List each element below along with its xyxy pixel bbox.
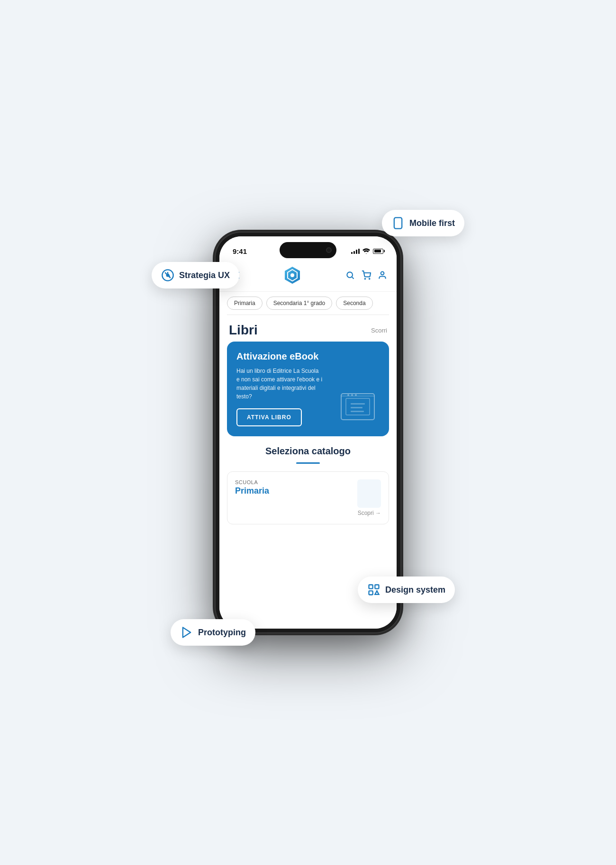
status-time: 9:41 [233, 247, 247, 255]
wifi-icon [362, 248, 370, 254]
phone-mockup: 9:41 [216, 233, 400, 632]
phone-icon [391, 216, 405, 230]
category-secondaria-2[interactable]: Seconda [336, 297, 372, 310]
phone-screen: 9:41 [219, 236, 397, 629]
svg-rect-21 [375, 585, 379, 589]
ebook-card: Attivazione eBook Hai un libro di Editri… [227, 342, 389, 436]
search-button[interactable] [345, 270, 355, 280]
dynamic-island [280, 242, 336, 258]
scopri-link[interactable]: Scopri → [235, 510, 381, 516]
category-bar: Primaria Secondaria 1° grado Seconda [219, 292, 397, 315]
select-catalog-title: Seleziona catalogo [219, 436, 397, 460]
mobile-first-label: Mobile first [409, 218, 455, 228]
books-title: Libri [229, 323, 258, 338]
scorri-link[interactable]: Scorri [371, 327, 387, 334]
strategia-ux-badge: Strategia UX [152, 262, 239, 288]
catalog-underline [296, 462, 320, 464]
books-section: Libri Scorri [219, 315, 397, 342]
ebook-card-title: Attivazione eBook [236, 351, 380, 362]
app-header [219, 259, 397, 292]
school-type: Primaria [235, 486, 269, 496]
strategy-icon [161, 269, 174, 282]
svg-point-19 [167, 274, 169, 277]
strategia-ux-label: Strategia UX [179, 270, 230, 280]
play-icon [180, 626, 193, 639]
design-icon [367, 583, 380, 596]
svg-point-3 [347, 272, 353, 278]
svg-point-12 [351, 394, 353, 396]
svg-point-11 [347, 394, 349, 396]
status-icons [351, 248, 383, 254]
svg-line-4 [352, 277, 354, 279]
user-button[interactable] [378, 270, 387, 280]
design-system-label: Design system [385, 585, 445, 595]
svg-marker-23 [183, 628, 190, 638]
design-system-badge: Design system [358, 577, 455, 603]
category-secondaria-1[interactable]: Secondaria 1° grado [266, 297, 333, 310]
svg-point-2 [290, 273, 294, 277]
svg-point-7 [381, 272, 384, 275]
prototyping-label: Prototyping [198, 628, 246, 638]
svg-rect-16 [351, 411, 364, 412]
camera-dot [326, 247, 332, 253]
category-primaria[interactable]: Primaria [227, 297, 263, 310]
svg-rect-14 [351, 403, 365, 405]
svg-rect-15 [351, 407, 362, 408]
ebook-card-text: Hai un libro di Editrice La Scuola e non… [236, 367, 322, 401]
logo-icon [282, 265, 303, 286]
header-icons [345, 270, 387, 280]
svg-point-5 [365, 279, 366, 279]
svg-rect-20 [369, 585, 372, 589]
school-card: Scuola Primaria Scopri → [227, 471, 389, 524]
cart-button[interactable] [362, 270, 371, 280]
svg-point-6 [369, 279, 370, 279]
prototyping-badge: Prototyping [171, 619, 255, 646]
mobile-first-badge: Mobile first [382, 210, 464, 236]
ebook-illustration [339, 384, 381, 427]
signal-icon [351, 249, 360, 254]
school-label: Scuola [235, 479, 269, 485]
app-content: Primaria Secondaria 1° grado Seconda Lib… [219, 259, 397, 629]
scene: 9:41 [142, 77, 474, 788]
attiva-libro-button[interactable]: ATTIVA LIBRO [236, 408, 302, 426]
battery-icon [373, 249, 383, 254]
svg-rect-22 [369, 591, 372, 595]
svg-rect-9 [346, 398, 370, 415]
svg-point-13 [355, 394, 357, 396]
logo [282, 265, 303, 286]
